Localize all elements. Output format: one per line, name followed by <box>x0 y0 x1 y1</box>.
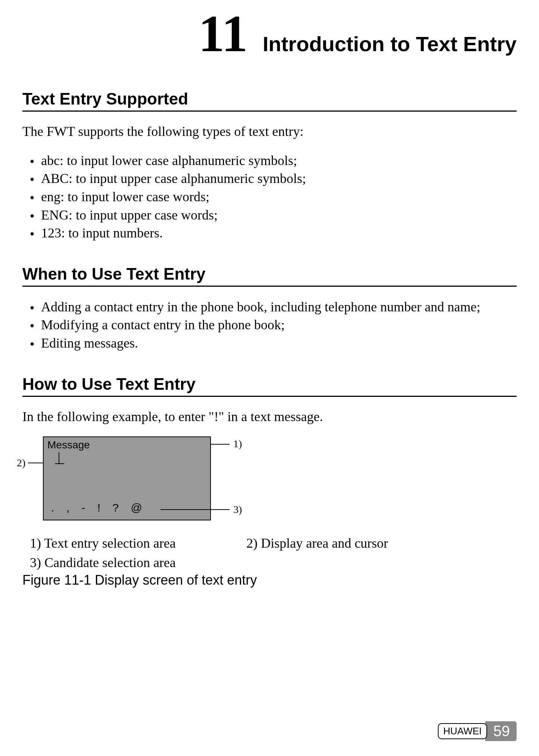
phone-screen-title: Message <box>47 439 90 451</box>
legend-item-3: 3) Candidate selection area <box>22 555 176 570</box>
list-item: ENG: to input upper case words; <box>30 206 517 224</box>
list-item: Modifying a contact entry in the phone b… <box>30 316 517 334</box>
footer: HUAWEI 59 <box>438 721 517 741</box>
list-item: Editing messages. <box>30 334 517 352</box>
callout-label-1: 1) <box>233 438 242 450</box>
list-item: abc: to input lower case alphanumeric sy… <box>30 152 517 170</box>
chapter-header: 11 Introduction to Text Entry <box>22 7 517 60</box>
footer-brand: HUAWEI <box>438 723 487 739</box>
cursor-icon <box>59 452 59 463</box>
legend-row: 1) Text entry selection area 2) Display … <box>22 535 517 551</box>
figure-container: Message . , - ! ? @ 1) 2) 3) <box>22 436 246 528</box>
callout-label-3: 3) <box>233 504 242 516</box>
section-heading-when-to-use: When to Use Text Entry <box>22 265 517 287</box>
callout-line-icon <box>28 463 43 463</box>
list-item: Adding a contact entry in the phone book… <box>30 298 517 316</box>
section1-intro: The FWT supports the following types of … <box>22 123 517 140</box>
cursor-underline-icon <box>55 463 64 464</box>
chapter-title: Introduction to Text Entry <box>263 32 517 56</box>
list-item: 123: to input numbers. <box>30 224 517 242</box>
section2-list: Adding a contact entry in the phone book… <box>22 298 517 352</box>
callout-label-2: 2) <box>17 457 25 469</box>
legend-item-1: 1) Text entry selection area <box>22 535 246 551</box>
section1-list: abc: to input lower case alphanumeric sy… <box>22 152 517 242</box>
callout-line-icon <box>211 444 230 445</box>
callout-line-icon <box>161 509 230 510</box>
section3-intro: In the following example, to enter "!" i… <box>22 408 517 426</box>
legend-item-2: 2) Display area and cursor <box>246 535 388 551</box>
candidate-row: . , - ! ? @ <box>51 501 147 514</box>
list-item: ABC: to input upper case alphanumeric sy… <box>30 169 517 188</box>
list-item: eng: to input lower case words; <box>30 188 517 206</box>
section-heading-text-entry-supported: Text Entry Supported <box>22 90 517 112</box>
chapter-number: 11 <box>198 7 247 60</box>
section-heading-how-to-use: How to Use Text Entry <box>22 375 517 397</box>
legend-row: 3) Candidate selection area <box>22 555 517 570</box>
phone-screen: Message . , - ! ? @ <box>43 436 211 520</box>
footer-page-number: 59 <box>485 721 517 741</box>
figure-caption: Figure 11-1 Display screen of text entry <box>22 572 517 588</box>
